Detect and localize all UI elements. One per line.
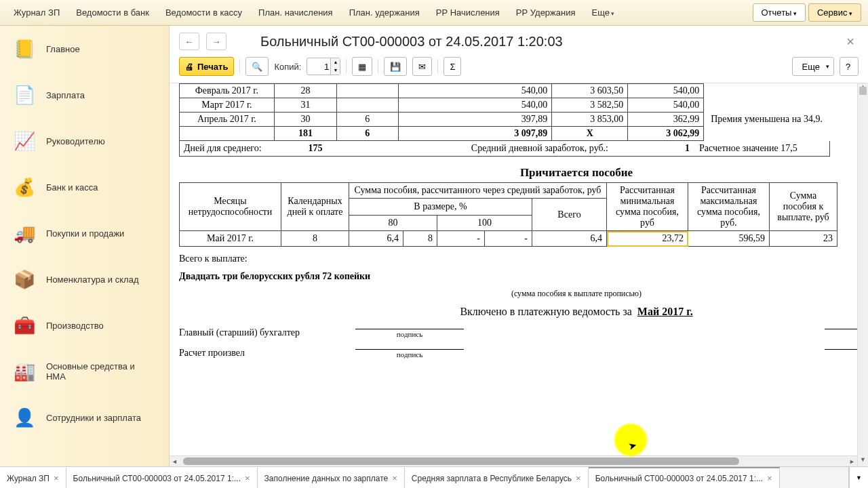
- boxes-icon: 📦: [12, 267, 37, 291]
- table-row: Март 2017 г.31 540,003 582,50540,00: [180, 98, 830, 113]
- scroll-thumb[interactable]: [859, 87, 867, 95]
- horizontal-scrollbar[interactable]: ◄ ►: [170, 455, 857, 466]
- menu-vedomosti-kassa[interactable]: Ведомости в кассу: [159, 3, 249, 22]
- total-payout-words: Двадцать три белорусских рубля 72 копейк…: [179, 271, 868, 282]
- document-scroll[interactable]: Февраль 2017 г. 28 540,00 3 603,50 540,0…: [170, 83, 868, 466]
- min-sum-cell[interactable]: 23,72: [607, 231, 688, 247]
- btab-sick2[interactable]: Больничный СТ00-000003 от 24.05.2017 1:.…: [589, 467, 780, 488]
- sidebar-manager[interactable]: 📈Руководителю: [0, 118, 169, 164]
- sidebar-hr[interactable]: 👤Сотрудники и зарплата: [0, 394, 169, 441]
- truck-icon: 🚚: [12, 221, 37, 245]
- top-menu: Журнал ЗП Ведомости в банк Ведомости в к…: [0, 0, 868, 26]
- close-icon[interactable]: ×: [767, 473, 772, 483]
- print-button[interactable]: 🖨Печать: [179, 57, 234, 76]
- table-row-total: 1816 3 097,89X3 062,99: [180, 127, 830, 141]
- sidebar-item-label: Покупки и продажи: [46, 228, 124, 239]
- table-row: Февраль 2017 г. 28 540,00 3 603,50 540,0…: [180, 84, 830, 98]
- close-icon[interactable]: ×: [576, 473, 581, 483]
- btab-avg-salary[interactable]: Средняя зарплата в Республике Беларусь×: [405, 467, 589, 488]
- payout-hint: (сумма пособия к выплате прописью): [179, 289, 868, 299]
- menu-zhurnal-zp[interactable]: Журнал ЗП: [7, 3, 66, 22]
- menu-more[interactable]: Еще: [585, 3, 622, 22]
- menu-rr-nachisleniya[interactable]: РР Начисления: [429, 3, 507, 22]
- sidebar-item-label: Руководителю: [46, 136, 105, 146]
- btab-sick1[interactable]: Больничный СТ00-000003 от 24.05.2017 1:.…: [66, 467, 258, 488]
- sidebar: 📒Главное 📄Зарплата 📈Руководителю 💰Банк и…: [0, 26, 170, 466]
- nav-forward-button[interactable]: →: [206, 33, 226, 50]
- toolbar-more-button[interactable]: Еще▾: [792, 57, 834, 76]
- sidebar-item-label: Основные средства и НМА: [46, 361, 157, 382]
- save-button[interactable]: 💾: [384, 57, 407, 76]
- chart-icon: 📈: [12, 129, 37, 153]
- sidebar-main[interactable]: 📒Главное: [0, 26, 169, 72]
- vertical-scrollbar[interactable]: ▲ ▼: [857, 83, 868, 466]
- factory-icon: 🏭: [12, 359, 37, 384]
- preview-button[interactable]: 🔍: [245, 57, 269, 76]
- save-icon: 💾: [390, 62, 401, 72]
- sidebar-item-label: Производство: [46, 321, 104, 331]
- btab-zhurnal[interactable]: Журнал ЗП×: [0, 467, 66, 488]
- benefit-table: Месяцы нетрудоспособности Календарных дн…: [179, 182, 837, 247]
- toolbox-icon: 🧰: [12, 313, 37, 338]
- sidebar-salary[interactable]: 📄Зарплата: [0, 72, 169, 118]
- close-button[interactable]: ×: [842, 34, 859, 49]
- copies-down[interactable]: ▼: [330, 66, 340, 75]
- mail-icon: ✉: [418, 62, 426, 72]
- scroll-left-icon[interactable]: ◄: [170, 456, 180, 466]
- toolbar: 🖨Печать 🔍 Копий: ▲▼ ▦ 💾 ✉ Σ Еще▾ ?: [170, 53, 868, 83]
- sidebar-bank-cash[interactable]: 💰Банк и касса: [0, 164, 169, 210]
- menu-plan-nachisleniya[interactable]: План. начисления: [252, 3, 340, 22]
- sidebar-assets[interactable]: 🏭Основные средства и НМА: [0, 348, 169, 394]
- benefit-title: Причитается пособие: [179, 166, 868, 180]
- close-icon[interactable]: ×: [392, 473, 397, 483]
- sidebar-item-label: Банк и касса: [46, 182, 98, 192]
- coins-icon: 💰: [12, 175, 37, 199]
- help-button[interactable]: ?: [840, 57, 859, 76]
- sig-chief: Главный (старший) бухгалтер подпись расш…: [179, 327, 868, 338]
- btab-fill[interactable]: Заполнение данных по зарплате×: [258, 467, 405, 488]
- sidebar-item-label: Зарплата: [46, 90, 85, 100]
- table-row: Апрель 2017 г.306 397,893 853,00362,99 П…: [180, 113, 830, 127]
- sig-calc: Расчет произвел подпись расшифровка подп…: [179, 348, 868, 359]
- copies-up[interactable]: ▲: [330, 58, 340, 66]
- sidebar-inventory[interactable]: 📦Номенклатура и склад: [0, 256, 169, 302]
- avg-days-row: Дней для среднего: 175 Средний дневной з…: [179, 141, 830, 157]
- benefit-row: Май 2017 г. 8 6,4 8 - - 6,4 23,72 596,59…: [180, 231, 837, 247]
- content-area: ← → Больничный СТ00-000003 от 24.05.2017…: [170, 26, 868, 466]
- sidebar-item-label: Сотрудники и зарплата: [46, 413, 141, 423]
- desk-lamp-icon: 📒: [12, 37, 37, 61]
- close-icon[interactable]: ×: [245, 473, 250, 483]
- sum-button[interactable]: Σ: [443, 57, 461, 76]
- sigma-icon: Σ: [450, 62, 455, 72]
- menu-vedomosti-bank[interactable]: Ведомости в банк: [69, 3, 156, 22]
- total-payout-label: Всего к выплате:: [179, 253, 868, 264]
- reports-button[interactable]: Отчеты: [753, 3, 806, 22]
- person-icon: 👤: [12, 405, 37, 430]
- menu-rr-uderzhaniya[interactable]: РР Удержания: [509, 3, 583, 22]
- sidebar-item-label: Главное: [46, 44, 80, 54]
- tabs-overflow-button[interactable]: ▼: [849, 467, 868, 488]
- nav-back-button[interactable]: ←: [179, 33, 199, 50]
- document-icon: 📄: [12, 83, 37, 107]
- sidebar-item-label: Номенклатура и склад: [46, 274, 138, 285]
- page-title: Больничный СТ00-000003 от 24.05.2017 1:2…: [233, 34, 835, 49]
- earnings-table: Февраль 2017 г. 28 540,00 3 603,50 540,0…: [179, 83, 830, 141]
- service-button[interactable]: Сервис: [808, 3, 861, 22]
- email-button[interactable]: ✉: [412, 57, 432, 76]
- hscroll-thumb[interactable]: [183, 458, 739, 465]
- close-icon[interactable]: ×: [54, 473, 59, 483]
- sidebar-production[interactable]: 🧰Производство: [0, 302, 169, 348]
- magnifier-icon: 🔍: [252, 62, 262, 72]
- copies-label: Копий:: [274, 62, 301, 72]
- scroll-right-icon[interactable]: ►: [847, 456, 857, 466]
- bottom-tabs: Журнал ЗП× Больничный СТ00-000003 от 24.…: [0, 466, 868, 488]
- menu-plan-uderzhaniya[interactable]: План. удержания: [342, 3, 427, 22]
- printer-icon: 🖨: [185, 62, 194, 72]
- table-icon: ▦: [358, 62, 366, 72]
- scroll-down-icon[interactable]: ▼: [858, 456, 868, 466]
- table-button[interactable]: ▦: [352, 57, 372, 76]
- period-link[interactable]: Май 2017 г.: [637, 306, 693, 317]
- sidebar-purchase-sales[interactable]: 🚚Покупки и продажи: [0, 210, 169, 256]
